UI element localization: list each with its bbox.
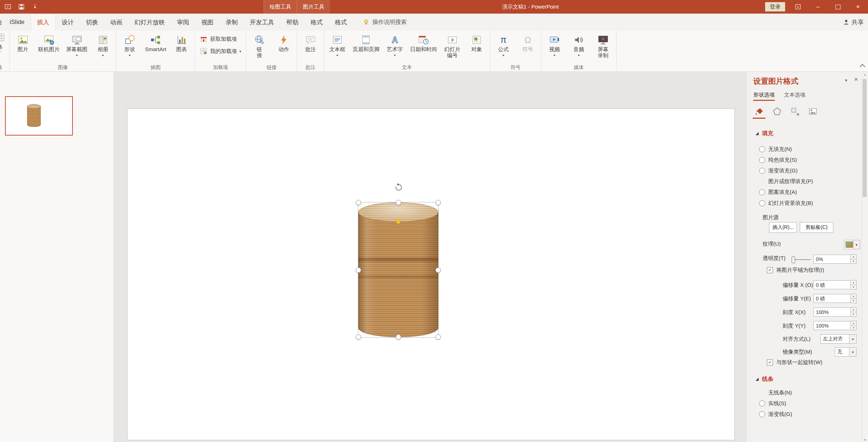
share-button[interactable]: 共享 <box>843 14 864 31</box>
picture-category-icon[interactable] <box>806 105 819 118</box>
clipboard-button[interactable]: 剪贴板(C) <box>800 222 833 233</box>
fill-section-header[interactable]: 填充 <box>755 130 773 137</box>
tab-design[interactable]: 设计 <box>56 14 80 31</box>
offset-x-spinner[interactable]: ▴▾ <box>851 280 857 290</box>
radio-no-line[interactable]: 无线条(N) <box>759 389 792 396</box>
tab-view[interactable]: 视图 <box>195 14 220 31</box>
tab-format-drawing[interactable]: 格式 <box>305 14 329 31</box>
tab-record[interactable]: 录制 <box>220 14 244 31</box>
radio-gradient-fill[interactable]: 渐变填充(G) <box>759 167 798 174</box>
tab-islide[interactable]: iSlide <box>4 14 31 31</box>
ribbon-button-online-pictures[interactable]: 联机图片 <box>35 33 63 59</box>
offset-x-input[interactable]: 0 磅 <box>813 280 851 289</box>
selection-handle-ne[interactable] <box>435 200 441 205</box>
fill-category-icon[interactable] <box>753 105 765 119</box>
tab-home-clipped[interactable]: 始 <box>0 14 4 31</box>
rotation-handle[interactable] <box>394 183 403 192</box>
maximize-button[interactable] <box>828 0 848 14</box>
pane-options-icon[interactable]: ▾ <box>845 78 847 83</box>
save-icon[interactable] <box>17 3 26 11</box>
scale-x-input[interactable]: 100% <box>813 308 851 316</box>
scrollbar-thumb[interactable] <box>863 79 867 197</box>
radio-gradient-line[interactable]: 渐变线(G) <box>759 411 792 418</box>
mirror-dropdown[interactable]: 无 ▾ <box>835 347 857 357</box>
selection-handle-e[interactable] <box>435 267 441 273</box>
tab-transitions[interactable]: 切换 <box>80 14 104 31</box>
ribbon-button-wordart[interactable]: A 艺术字 ▾ <box>383 33 407 59</box>
scroll-up-icon[interactable]: ▴ <box>862 73 868 76</box>
ribbon-button-object[interactable]: 对象 <box>464 33 489 59</box>
pane-scrollbar[interactable]: ▴ ▾ <box>862 72 868 442</box>
ribbon-button-date-time[interactable]: 日期和时间 <box>407 33 440 59</box>
pane-close-icon[interactable]: × <box>854 75 858 83</box>
ribbon-button-equation[interactable]: π 公式 ▾ <box>491 33 515 59</box>
ribbon-button-link[interactable]: 链 接 <box>247 33 271 59</box>
tab-animations[interactable]: 动画 <box>104 14 129 31</box>
radio-solid-line[interactable]: 实线(S) <box>759 400 786 407</box>
transparency-input[interactable]: 0% <box>813 255 851 264</box>
tab-insert[interactable]: 插入 <box>31 14 56 31</box>
ribbon-button-shapes[interactable]: 形状 ▾ <box>118 33 142 59</box>
texture-dropdown[interactable]: ▾ <box>844 240 860 249</box>
scale-x-spinner[interactable]: ▴▾ <box>851 307 857 317</box>
minimize-button[interactable]: – <box>808 0 828 14</box>
selection-handle-nw[interactable] <box>356 200 361 205</box>
slide-thumbnail-1[interactable] <box>5 96 73 136</box>
ribbon-button-audio[interactable]: 音频 ▾ <box>567 33 591 59</box>
powerpoint-app-icon[interactable]: P <box>4 3 12 11</box>
collapse-ribbon-icon[interactable] <box>860 64 865 70</box>
drawing-tools-header[interactable]: 绘图工具 <box>264 0 297 14</box>
customize-quick-access-icon[interactable]: ▾ <box>31 3 39 11</box>
ribbon-button-picture[interactable]: 图片 <box>11 33 35 59</box>
rotate-with-shape-checkbox[interactable]: ✓ 与形状一起旋转(W) <box>767 359 822 366</box>
tab-slideshow[interactable]: 幻灯片放映 <box>129 14 171 31</box>
ribbon-button-chart[interactable]: 图表 <box>169 33 194 59</box>
selection-handle-n[interactable] <box>396 200 401 205</box>
selection-handle-s[interactable] <box>396 334 401 340</box>
ribbon-button-textbox[interactable]: 文本框 ▾ <box>325 33 349 59</box>
scale-y-input[interactable]: 100% <box>813 321 851 330</box>
scroll-down-icon[interactable]: ▾ <box>862 438 868 442</box>
selection-handle-sw[interactable] <box>356 334 361 340</box>
ribbon-button-photo-album[interactable]: 相册 ▾ <box>91 33 115 59</box>
slide-canvas[interactable] <box>127 108 735 440</box>
radio-picture-texture-fill[interactable]: 图片或纹理填充(P) <box>759 178 813 185</box>
selection-handle-se[interactable] <box>435 334 441 340</box>
ribbon-button-header-footer[interactable]: 页眉和页脚 <box>349 33 383 59</box>
tab-review[interactable]: 审阅 <box>171 14 195 31</box>
pane-tab-text-options[interactable]: 文本选项 <box>784 92 805 101</box>
tab-format-picture[interactable]: 格式 <box>329 14 353 31</box>
adjustment-handle[interactable] <box>396 219 401 224</box>
radio-slide-background-fill[interactable]: 幻灯片背景填充(B) <box>759 200 813 207</box>
radio-solid-fill[interactable]: 纯色填充(S) <box>759 157 797 163</box>
size-properties-category-icon[interactable] <box>788 105 801 118</box>
picture-tools-header[interactable]: 图片工具 <box>297 0 330 14</box>
ribbon-button-slide-number[interactable]: # 幻灯片 编号 <box>440 33 464 59</box>
ribbon-button-video[interactable]: 视频 ▾ <box>542 33 567 59</box>
effects-category-icon[interactable] <box>770 105 783 118</box>
ribbon-button-action[interactable]: 动作 <box>271 33 296 59</box>
alignment-dropdown[interactable]: 左上对齐 ▾ <box>820 334 857 344</box>
transparency-slider[interactable] <box>792 259 811 260</box>
selected-cylinder-shape[interactable] <box>358 202 439 338</box>
tile-picture-checkbox[interactable]: ✓ 将图片平铺为纹理(I) <box>767 267 824 274</box>
close-button[interactable]: × <box>848 0 868 14</box>
insert-picture-button[interactable]: 插入(R)... <box>769 222 797 233</box>
sign-in-button[interactable]: 登录 <box>765 2 785 11</box>
radio-pattern-fill[interactable]: 图案填充(A) <box>759 189 797 196</box>
tell-me-search[interactable]: 操作说明搜索 <box>363 14 407 31</box>
line-section-header[interactable]: 线条 <box>755 375 773 383</box>
tab-developer[interactable]: 开发工具 <box>244 14 280 31</box>
scale-y-spinner[interactable]: ▴▾ <box>851 321 857 330</box>
ribbon-button-smartart[interactable]: SmartArt <box>142 33 169 59</box>
ribbon-display-options-icon[interactable] <box>788 0 808 14</box>
offset-y-spinner[interactable]: ▴▾ <box>851 294 857 303</box>
offset-y-input[interactable]: 0 磅 <box>813 294 851 303</box>
tab-help[interactable]: 帮助 <box>280 14 305 31</box>
ribbon-button-screen-recording[interactable]: 屏幕 录制 <box>591 33 615 59</box>
pane-tab-shape-options[interactable]: 形状选项 <box>753 92 775 101</box>
ribbon-button-comment[interactable]: 批注 <box>298 33 323 59</box>
ribbon-button-screenshot[interactable]: 屏幕截图 ▾ <box>63 33 91 59</box>
ribbon-button-get-addins[interactable]: 获取加载项 <box>196 34 240 44</box>
transparency-spinner[interactable]: ▴▾ <box>851 254 857 264</box>
